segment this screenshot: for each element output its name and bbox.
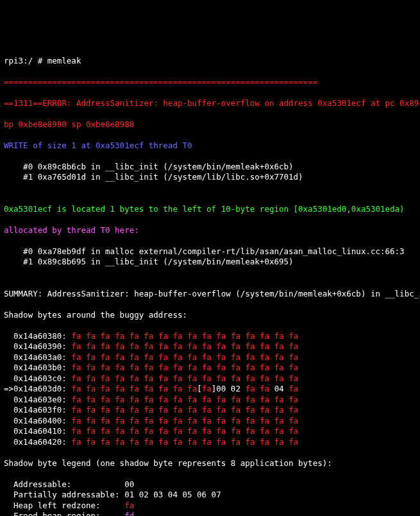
asan-summary-line: SUMMARY: AddressSanitizer: heap-buffer-o… <box>4 289 416 300</box>
legend-row: Freed heap region: fd <box>4 511 416 516</box>
shadow-bytes-block: 0x14a60380: fa fa fa fa fa fa fa fa fa f… <box>4 331 416 448</box>
legend-row: Heap left redzone: fa <box>4 501 416 512</box>
shell-prompt[interactable]: rpi3:/ # memleak <box>4 56 416 67</box>
shadow-row: 0x14a60400: fa fa fa fa fa fa fa fa fa f… <box>4 416 416 427</box>
legend-row: Addressable: 00 <box>4 479 416 490</box>
legend-row: Partially addressable: 01 02 03 04 05 06… <box>4 490 416 501</box>
shadow-row: 0x14a603b0: fa fa fa fa fa fa fa fa fa f… <box>4 363 416 374</box>
shadow-row: 0x14a603e0: fa fa fa fa fa fa fa fa fa f… <box>4 395 416 406</box>
shadow-bytes-header: Shadow bytes around the buggy address: <box>4 310 416 321</box>
shadow-row: 0x14a603f0: fa fa fa fa fa fa fa fa fa f… <box>4 405 416 416</box>
asan-located-line: 0xa5301ecf is located 1 bytes to the lef… <box>4 204 416 215</box>
shadow-legend-block: Addressable: 00 Partially addressable: 0… <box>4 479 416 517</box>
stack-trace-alloc: #0 0xa78eb9df in malloc external/compile… <box>4 246 416 279</box>
legend-header: Shadow byte legend (one shadow byte repr… <box>4 458 416 469</box>
asan-separator: ========================================… <box>4 77 416 88</box>
shadow-row: 0x14a60420: fa fa fa fa fa fa fa fa fa f… <box>4 437 416 448</box>
shadow-row: =>0x14a603d0: fa fa fa fa fa fa fa fa fa… <box>4 384 416 395</box>
stack-frame: #0 0x89c8b6cb in __libc_init (/system/bi… <box>4 162 416 173</box>
stack-frame: #0 0xa78eb9df in malloc external/compile… <box>4 246 416 257</box>
asan-write-header: WRITE of size 1 at 0xa5301ecf thread T0 <box>4 141 416 151</box>
shadow-row: 0x14a603c0: fa fa fa fa fa fa fa fa fa f… <box>4 374 416 384</box>
terminal-output: rpi3:/ # memleak =======================… <box>4 45 416 516</box>
asan-error-summary-line1: ==1311==ERROR: AddressSanitizer: heap-bu… <box>4 98 416 109</box>
asan-allocated-header: allocated by thread T0 here: <box>4 225 416 236</box>
shadow-row: 0x14a60390: fa fa fa fa fa fa fa fa fa f… <box>4 341 416 352</box>
shadow-row: 0x14a60380: fa fa fa fa fa fa fa fa fa f… <box>4 331 416 342</box>
shadow-row: 0x14a603a0: fa fa fa fa fa fa fa fa fa f… <box>4 352 416 363</box>
stack-frame: #1 0x89c8b695 in __libc_init (/system/bi… <box>4 257 416 268</box>
asan-error-summary-line2: bp 0xbe8e8990 sp 0xbe8e8988 <box>4 119 416 130</box>
shadow-row: 0x14a60410: fa fa fa fa fa fa fa fa fa f… <box>4 426 416 437</box>
asan-region-range: [0xa5301ed0,0xa5301eda) <box>294 204 405 214</box>
stack-frame: #1 0xa765d01d in __libc_init (/system/li… <box>4 172 416 183</box>
stack-trace-write: #0 0x89c8b6cb in __libc_init (/system/bi… <box>4 162 416 194</box>
